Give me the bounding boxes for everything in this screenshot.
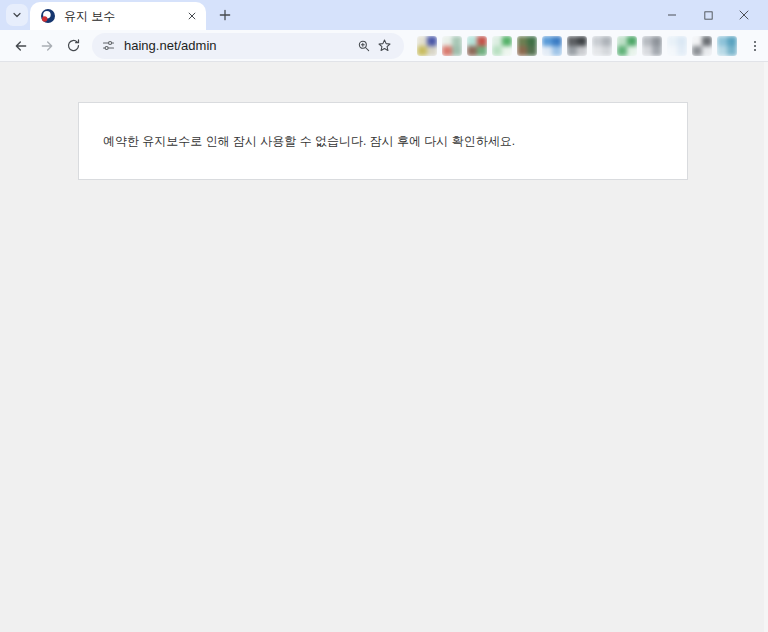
browser-window: 유지 보수 bbox=[0, 0, 768, 632]
extension-icon-13[interactable] bbox=[717, 36, 737, 56]
reload-icon bbox=[66, 38, 81, 53]
korea-gov-favicon bbox=[40, 8, 56, 24]
extension-icon-10[interactable] bbox=[642, 36, 662, 56]
back-button[interactable] bbox=[8, 33, 34, 59]
extension-icon-1[interactable] bbox=[417, 36, 437, 56]
maintenance-message-box: 예약한 유지보수로 인해 잠시 사용할 수 없습니다. 잠시 후에 다시 확인하… bbox=[78, 102, 688, 180]
browser-tab-active[interactable]: 유지 보수 bbox=[30, 2, 206, 30]
extension-icon-6-pixels bbox=[542, 36, 562, 56]
extension-icon-5-pixels bbox=[517, 36, 537, 56]
chevron-down-icon bbox=[11, 9, 23, 21]
url-text[interactable]: haing.net/admin bbox=[124, 38, 354, 53]
window-controls bbox=[654, 0, 762, 30]
minimize-icon bbox=[666, 9, 678, 21]
page-content: 예약한 유지보수로 인해 잠시 사용할 수 없습니다. 잠시 후에 다시 확인하… bbox=[0, 62, 768, 632]
extensions-area bbox=[417, 36, 737, 56]
extension-icon-5[interactable] bbox=[517, 36, 537, 56]
extension-icon-1-pixels bbox=[417, 36, 437, 56]
extension-icon-12-pixels bbox=[692, 36, 712, 56]
plus-icon bbox=[218, 8, 232, 22]
extension-icon-7[interactable] bbox=[567, 36, 587, 56]
three-dot-menu-icon bbox=[748, 39, 762, 53]
close-icon bbox=[738, 9, 750, 21]
bookmark-button[interactable] bbox=[374, 36, 394, 56]
extension-icon-11-pixels bbox=[667, 36, 687, 56]
extension-icon-2-pixels bbox=[442, 36, 462, 56]
star-icon bbox=[377, 38, 392, 53]
browser-tab-strip: 유지 보수 bbox=[0, 0, 768, 30]
maximize-button[interactable] bbox=[690, 1, 726, 29]
browser-toolbar: haing.net/admin bbox=[0, 30, 768, 62]
address-bar[interactable]: haing.net/admin bbox=[92, 33, 404, 59]
maximize-icon bbox=[703, 10, 714, 21]
extension-icon-7-pixels bbox=[567, 36, 587, 56]
site-settings-icon bbox=[101, 38, 116, 53]
forward-button[interactable] bbox=[34, 33, 60, 59]
extension-icon-10-pixels bbox=[642, 36, 662, 56]
reload-button[interactable] bbox=[60, 33, 86, 59]
extension-icon-6[interactable] bbox=[542, 36, 562, 56]
extension-icon-9-pixels bbox=[617, 36, 637, 56]
extension-icon-8[interactable] bbox=[592, 36, 612, 56]
maintenance-message: 예약한 유지보수로 인해 잠시 사용할 수 없습니다. 잠시 후에 다시 확인하… bbox=[103, 133, 515, 150]
zoom-in-icon bbox=[357, 39, 371, 53]
tab-search-button[interactable] bbox=[6, 4, 28, 26]
extension-icon-4[interactable] bbox=[492, 36, 512, 56]
tab-close-icon[interactable] bbox=[184, 8, 200, 24]
extension-icon-3[interactable] bbox=[467, 36, 487, 56]
extension-icon-8-pixels bbox=[592, 36, 612, 56]
back-icon bbox=[13, 38, 29, 54]
extension-icon-4-pixels bbox=[492, 36, 512, 56]
browser-menu-button[interactable] bbox=[743, 34, 767, 58]
extension-icon-11[interactable] bbox=[667, 36, 687, 56]
extension-icon-3-pixels bbox=[467, 36, 487, 56]
extension-icon-13-pixels bbox=[717, 36, 737, 56]
extension-icon-9[interactable] bbox=[617, 36, 637, 56]
minimize-button[interactable] bbox=[654, 1, 690, 29]
tab-title: 유지 보수 bbox=[64, 8, 184, 25]
new-tab-button[interactable] bbox=[212, 2, 238, 28]
extension-icon-12[interactable] bbox=[692, 36, 712, 56]
forward-icon bbox=[39, 38, 55, 54]
close-button[interactable] bbox=[726, 1, 762, 29]
zoom-button[interactable] bbox=[354, 36, 374, 56]
extension-icon-2[interactable] bbox=[442, 36, 462, 56]
